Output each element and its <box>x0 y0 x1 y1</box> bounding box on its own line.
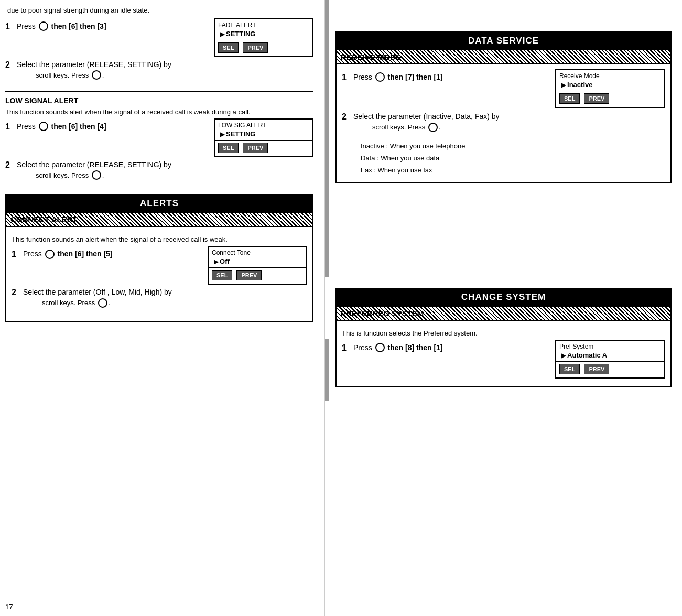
right-column: DATA SERVICE RECEIVE MODE 1 Receive Mode… <box>325 0 682 616</box>
alert-step2-row: 2 Select the parameter (Off , Low, Mid, … <box>12 287 307 311</box>
alert-display-title: Connect Tone <box>209 247 306 257</box>
menu-key-icon3 <box>39 122 48 131</box>
fade-step2-cont: scroll keys. Press . <box>17 70 313 81</box>
fade-step2-content: Select the parameter (RELEASE, SETTING) … <box>17 59 313 84</box>
data-service-subheader: RECEIVE MODE <box>337 49 670 64</box>
low-prev-button[interactable]: PREV <box>243 143 268 153</box>
fade-step1-bold: then [6] then [3] <box>51 22 106 30</box>
page-number: 17 <box>5 603 13 611</box>
menu-key-icon <box>39 21 48 31</box>
alerts-desc: This function sounds an alert when the s… <box>12 234 307 245</box>
data-service-inner: 1 Receive Mode Inactive SEL PREV <box>337 69 670 182</box>
low-sel-button[interactable]: SEL <box>218 143 239 153</box>
fade-prev-button[interactable]: PREV <box>243 42 268 53</box>
alerts-subheader-text: CONNECT ALERT <box>10 215 78 224</box>
alerts-section-title: ALERTS <box>6 195 312 212</box>
change-system-title: CHANGE SYSTEM <box>337 289 670 306</box>
divider1 <box>5 91 313 92</box>
cs-step1-content: Pref System Automatic A SEL PREV Press <box>353 342 665 379</box>
alert-step1-content: Connect Tone Off SEL PREV Press then [6]… <box>23 248 307 285</box>
ds-step1-row: 1 Receive Mode Inactive SEL PREV <box>342 72 665 108</box>
low-step1-content: LOW SIG ALERT SETTING SEL PREV Press the… <box>17 121 313 157</box>
ds-sel-button[interactable]: SEL <box>559 93 580 104</box>
low-step1-bold: then [6] then [4] <box>51 122 106 131</box>
cs-display-title: Pref System <box>556 341 664 351</box>
low-signal-heading: LOW SIGNAL ALERT <box>5 96 313 105</box>
ds-info-line3: Fax : When you use fax <box>361 164 665 176</box>
ds-info-list: Inactive : When you use telephone Data :… <box>342 140 665 177</box>
ds-prev-button[interactable]: PREV <box>584 93 609 104</box>
cs-sel-button[interactable]: SEL <box>559 364 580 374</box>
fade-step2-row: 2 Select the parameter (RELEASE, SETTING… <box>5 59 313 84</box>
fade-display-buttons: SEL PREV <box>215 40 312 56</box>
page: due to poor signal strength during an id… <box>0 0 682 616</box>
alert-step2-num: 2 <box>12 288 23 297</box>
left-bar-bottom <box>325 339 329 401</box>
alert-display-box: Connect Tone Off SEL PREV <box>208 246 307 285</box>
low-display-title: LOW SIG ALERT <box>215 120 312 130</box>
ds-info-line2: Data : When you use data <box>361 152 665 164</box>
ds-display-buttons: SEL PREV <box>556 91 664 107</box>
ds-step1-content: Receive Mode Inactive SEL PREV Press <box>353 72 665 108</box>
ds-step1-num: 1 <box>342 73 353 82</box>
fade-display-box: FADE ALERT SETTING SEL PREV <box>214 18 313 57</box>
low-step1-num: 1 <box>5 122 17 132</box>
ds-display-box: Receive Mode Inactive SEL PREV <box>555 69 665 108</box>
low-signal-desc: This function sounds alert when the sign… <box>5 107 313 118</box>
menu-key-icon2 <box>92 70 101 80</box>
low-step2-cont: scroll keys. Press . <box>17 170 313 181</box>
cs-display-item: Automatic A <box>556 351 664 361</box>
left-column: due to poor signal strength during an id… <box>0 0 325 616</box>
menu-key-icon7 <box>375 72 385 82</box>
alert-step1-bold: then [6] then [5] <box>58 250 113 258</box>
fade-sel-button[interactable]: SEL <box>218 42 239 53</box>
data-service-subheader-text: RECEIVE MODE <box>341 52 401 61</box>
menu-key-icon4 <box>92 170 101 180</box>
change-system-area: CHANGE SYSTEM PREFERRED SYSTEM This is f… <box>335 288 672 387</box>
change-system-section-box: CHANGE SYSTEM PREFERRED SYSTEM This is f… <box>335 288 672 387</box>
ds-info-line1: Inactive : When you use telephone <box>361 140 665 152</box>
alerts-inner: This function sounds an alert when the s… <box>6 231 312 320</box>
ds-step2-content: Select the parameter (Inactive, Data, Fa… <box>353 111 665 136</box>
ds-display-title: Receive Mode <box>556 70 664 81</box>
alert-step1-num: 1 <box>12 250 23 259</box>
ds-step2-num: 2 <box>342 112 353 122</box>
alert-prev-button[interactable]: PREV <box>236 270 262 280</box>
alert-step2-content: Select the parameter (Off , Low, Mid, Hi… <box>23 287 307 311</box>
fade-step1-content: FADE ALERT SETTING SEL PREV Press then [… <box>17 21 313 57</box>
ds-step1-bold: then [7] then [1] <box>388 73 443 81</box>
left-bar-top <box>325 0 329 277</box>
low-display-buttons: SEL PREV <box>215 140 312 156</box>
cs-prev-button[interactable]: PREV <box>584 364 609 374</box>
menu-key-icon9 <box>375 343 385 352</box>
fade-display-item: SETTING <box>215 30 312 40</box>
menu-key-icon8 <box>428 123 438 132</box>
cs-step1-row: 1 Pref System Automatic A SEL PREV <box>342 342 665 379</box>
menu-key-icon6 <box>98 298 107 308</box>
fade-display-title: FADE ALERT <box>215 19 312 30</box>
change-system-inner: This is function selects the Preferred s… <box>337 325 670 386</box>
cs-step1-num: 1 <box>342 343 353 353</box>
data-service-section-box: DATA SERVICE RECEIVE MODE 1 Receive Mode… <box>335 31 672 183</box>
change-system-subheader: PREFERRED SYSTEM <box>337 306 670 321</box>
cs-step1-bold: then [8] then [1] <box>388 343 443 352</box>
ds-display-item: Inactive <box>556 81 664 91</box>
alert-step2-cont: scroll keys. Press . <box>23 298 307 308</box>
data-service-area: DATA SERVICE RECEIVE MODE 1 Receive Mode… <box>335 31 672 183</box>
low-display-item: SETTING <box>215 130 312 140</box>
step2-num: 2 <box>5 60 17 70</box>
alerts-section-box: ALERTS CONNECT ALERT This function sound… <box>5 194 313 321</box>
menu-key-icon5 <box>45 250 55 259</box>
intro-text: due to poor signal strength during an id… <box>5 5 313 16</box>
low-step1-row: 1 LOW SIG ALERT SETTING SEL PREV Press t… <box>5 121 313 157</box>
low-step2-num: 2 <box>5 160 17 170</box>
alert-sel-button[interactable]: SEL <box>212 270 232 280</box>
low-step2-row: 2 Select the parameter (RELEASE, SETTING… <box>5 159 313 184</box>
change-system-desc: This is function selects the Preferred s… <box>342 328 665 339</box>
change-system-subheader-text: PREFERRED SYSTEM <box>341 309 424 318</box>
alerts-subheader: CONNECT ALERT <box>6 212 312 227</box>
cs-display-buttons: SEL PREV <box>556 361 664 377</box>
fade-step2-text: Select the parameter (RELEASE, SETTING) … <box>17 59 313 70</box>
low-display-box: LOW SIG ALERT SETTING SEL PREV <box>214 118 313 157</box>
low-step2-text: Select the parameter (RELEASE, SETTING) … <box>17 159 313 170</box>
